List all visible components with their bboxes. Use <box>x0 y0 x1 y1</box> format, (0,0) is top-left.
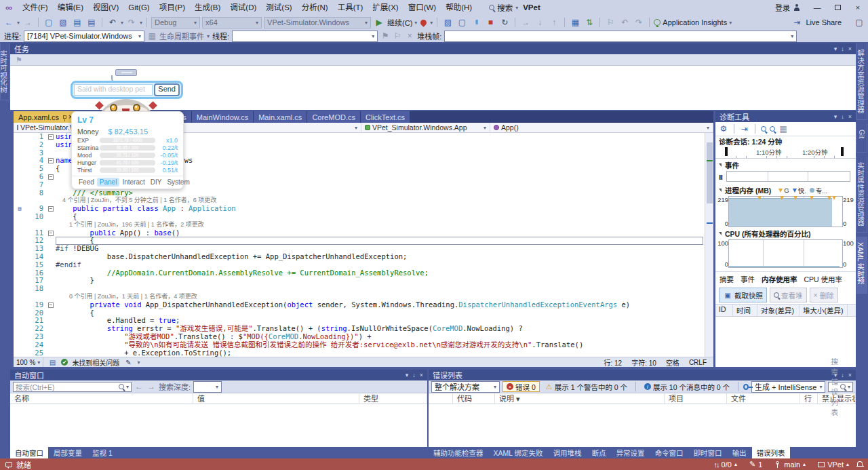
startup-project-dropdown[interactable]: VPet-Simulator.Windows▾ <box>264 17 371 28</box>
navigate-back-icon[interactable]: ← <box>3 16 15 28</box>
fold-margin[interactable] <box>46 213 56 221</box>
tasks-panel-header[interactable]: 任务 ▾ ↓ × <box>10 43 856 54</box>
menu-文件(F)[interactable]: 文件(F) <box>18 0 53 15</box>
pause-events-icon[interactable]: Ⅱ <box>715 174 726 181</box>
stop-debug-icon[interactable]: ■ <box>484 16 496 28</box>
pet-tab-feed[interactable]: Feed <box>76 178 97 187</box>
diag-tab-事件[interactable]: 事件 <box>741 274 755 284</box>
editor-scrollbar[interactable] <box>705 133 713 357</box>
close-icon[interactable]: × <box>420 372 423 378</box>
editor-tab-CoreMOD.cs[interactable]: CoreMOD.cs <box>307 111 360 123</box>
pin-icon[interactable]: ↓ <box>412 372 416 378</box>
feedback-bubble-icon[interactable] <box>5 462 12 467</box>
fold-margin[interactable] <box>46 349 56 357</box>
bottom-tab-监视 1[interactable]: 监视 1 <box>87 447 117 458</box>
code-line[interactable]: 19− private void App_DispatcherUnhandled… <box>14 301 705 309</box>
pending-edits[interactable]: ✎ 1 <box>745 460 766 469</box>
notifications-bell-icon[interactable] <box>857 461 863 466</box>
fold-margin[interactable]: − <box>46 157 56 165</box>
maximize-button[interactable] <box>827 0 848 15</box>
new-file-icon[interactable]: ▢ <box>43 16 55 28</box>
breadcrumb-class[interactable]: VPet_Simulator.Windows.App▾ <box>361 123 490 132</box>
fold-margin[interactable] <box>46 181 56 189</box>
fold-margin[interactable] <box>46 245 56 253</box>
fold-icon[interactable]: − <box>48 302 54 308</box>
pet-tab-system[interactable]: System <box>164 178 192 187</box>
close-button[interactable]: × <box>848 0 868 15</box>
left-tab-实时可视化树[interactable]: 实时可视化树 <box>0 43 10 100</box>
platform-dropdown[interactable]: x64▾ <box>202 17 262 28</box>
code-line[interactable]: 14 base.DispatcherUnhandledException += … <box>14 253 705 261</box>
flag-outline-icon[interactable]: ⚐ <box>393 30 402 42</box>
process-dropdown[interactable]: [7184] VPet-Simulator.Windows▾ <box>24 31 144 42</box>
fold-icon[interactable]: − <box>48 206 54 212</box>
pet-tab-diy[interactable]: DIY <box>148 178 165 187</box>
diag-tab-CPU 使用率[interactable]: CPU 使用率 <box>804 274 843 284</box>
fold-margin[interactable] <box>46 325 56 333</box>
bottom-tab-输出[interactable]: 输出 <box>728 447 751 458</box>
bookmark-icon[interactable]: ⚐ <box>604 16 616 28</box>
window-position-icon[interactable]: ▾ <box>406 372 409 378</box>
flag-icon[interactable]: ⚑ <box>380 30 390 42</box>
zoom-in-icon[interactable] <box>761 126 766 132</box>
events-section-header[interactable]: 事件 <box>715 159 856 171</box>
fold-icon[interactable]: − <box>48 174 54 180</box>
bottom-tab-即时窗口[interactable]: 即时窗口 <box>689 447 727 458</box>
warnings-filter-button[interactable]: ⚠ 展示 1 个警告中的 0 个 <box>542 381 631 392</box>
pet-tab-panel[interactable]: Panel <box>97 178 120 187</box>
fold-icon[interactable]: − <box>48 134 54 140</box>
fold-margin[interactable] <box>46 333 56 341</box>
continue-button[interactable]: ▶ 继续(C) ▾ <box>373 16 417 28</box>
chart-icon[interactable]: ▦ <box>778 123 788 135</box>
autos-search-input[interactable]: 搜索(Ctrl+E) ▾ <box>13 382 132 392</box>
fold-icon[interactable]: − <box>48 158 54 163</box>
code-line[interactable]: 8 /// </summary> <box>14 189 705 197</box>
fold-margin[interactable] <box>46 253 56 261</box>
fold-margin[interactable] <box>46 285 56 293</box>
performance-icon[interactable]: ⇅ <box>583 16 595 28</box>
code-line[interactable]: 12 { <box>14 237 705 245</box>
window-position-icon[interactable]: ▾ <box>834 45 837 52</box>
menu-扩展(X)[interactable]: 扩展(X) <box>368 0 403 15</box>
code-line[interactable]: 17 } <box>14 277 705 285</box>
editor-tab-App.xaml.cs[interactable]: App.xaml.cs× <box>14 111 77 123</box>
diagnostics-icon[interactable]: ▦ <box>569 16 581 28</box>
bottom-tab-异常设置[interactable]: 异常设置 <box>612 447 650 458</box>
editor-tab-ClickText.cs[interactable]: ClickText.cs <box>361 111 410 123</box>
range-handle-right[interactable] <box>841 147 844 156</box>
fold-margin[interactable] <box>46 277 56 285</box>
errors-col-说明[interactable]: 说明 ▾ <box>495 393 665 404</box>
pin-icon[interactable]: ↓ <box>841 45 844 52</box>
errors-col-禁止显示状态[interactable]: 禁止显示状态 <box>818 393 856 404</box>
menu-帮助(H)[interactable]: 帮助(H) <box>441 0 477 15</box>
fold-margin[interactable]: − <box>46 173 56 181</box>
export-icon[interactable]: ⇥ <box>740 123 749 135</box>
settings-gear-icon[interactable]: ⚙ <box>719 123 728 135</box>
code-line[interactable]: 11− public App() : base() <box>14 229 705 237</box>
bottom-tab-命令窗口[interactable]: 命令窗口 <box>650 447 688 458</box>
menu-调试(D)[interactable]: 调试(D) <box>225 0 261 15</box>
messages-filter-button[interactable]: i 展示 10 个消息中的 0 个 <box>641 381 733 392</box>
next-bookmark-icon[interactable]: ↷ <box>633 16 645 28</box>
fold-margin[interactable]: − <box>46 133 56 141</box>
prev-bookmark-icon[interactable]: ↶ <box>618 16 631 28</box>
autos-col-名称[interactable]: 名称 <box>10 393 193 404</box>
restart-icon[interactable]: ↻ <box>498 16 511 28</box>
close-icon[interactable]: × <box>848 113 852 120</box>
code-actions-icon[interactable]: ✎ <box>123 356 133 368</box>
live-share-button[interactable]: ⇥ Live Share <box>791 16 842 28</box>
fold-margin[interactable] <box>46 165 56 173</box>
errors-filter-button[interactable]: × 错误 0 <box>502 381 540 392</box>
timeline-ruler[interactable]: 1:10分钟 1:20分钟 <box>715 146 856 159</box>
diag-tab-内存使用率[interactable]: 内存使用率 <box>762 274 797 284</box>
step-into-icon[interactable]: ↓ <box>534 16 546 28</box>
fold-icon[interactable]: − <box>48 231 54 236</box>
fold-margin[interactable] <box>46 221 56 229</box>
take-snapshot-button[interactable]: ▣ 截取快照 <box>719 288 767 302</box>
delete-snapshot-button[interactable]: × 删除 <box>810 288 838 302</box>
error-list-header[interactable]: 错误列表 ▾ ↓ × <box>429 370 856 380</box>
diag-col-ID[interactable]: ID <box>715 305 733 316</box>
browse-icon[interactable]: ▧ <box>441 16 454 28</box>
fold-margin[interactable] <box>46 197 56 205</box>
save-all-icon[interactable]: ▤ <box>85 16 98 28</box>
